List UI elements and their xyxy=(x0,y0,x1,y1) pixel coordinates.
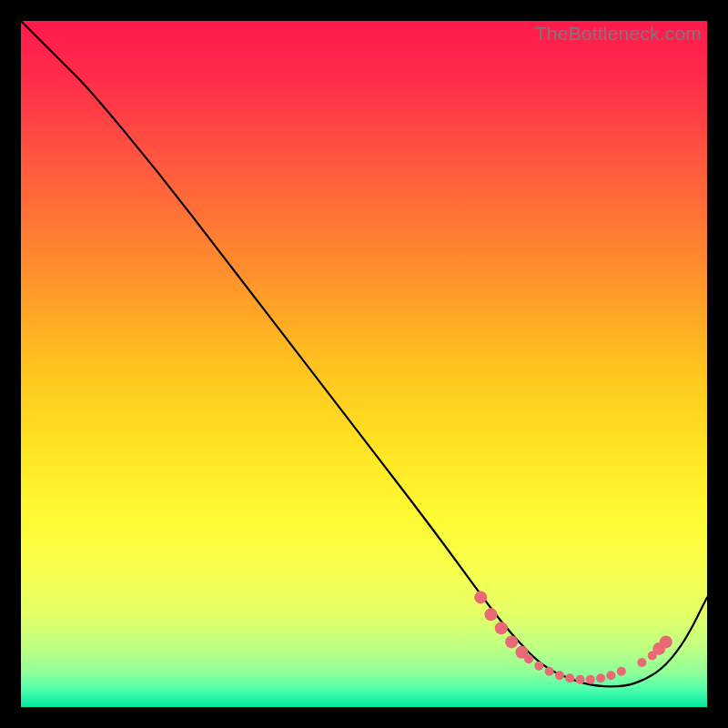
marker-dot xyxy=(545,667,554,676)
marker-dot xyxy=(586,675,595,684)
marker-dot xyxy=(495,622,508,634)
marker-dot xyxy=(637,658,646,667)
marker-dot xyxy=(555,671,564,680)
marker-dot xyxy=(660,635,672,648)
marker-dot xyxy=(576,675,585,684)
marker-dot xyxy=(606,671,615,680)
gradient-background xyxy=(21,21,707,707)
marker-dot xyxy=(474,591,487,603)
chart-frame: TheBottleneck.com xyxy=(21,21,707,707)
bottleneck-chart xyxy=(21,21,707,707)
marker-dot xyxy=(565,673,574,682)
marker-dot xyxy=(534,662,543,671)
marker-dot xyxy=(596,673,605,682)
marker-dot xyxy=(505,635,518,648)
marker-dot xyxy=(524,654,533,663)
marker-dot xyxy=(485,608,498,621)
marker-dot xyxy=(617,667,626,676)
watermark-text: TheBottleneck.com xyxy=(535,23,702,45)
